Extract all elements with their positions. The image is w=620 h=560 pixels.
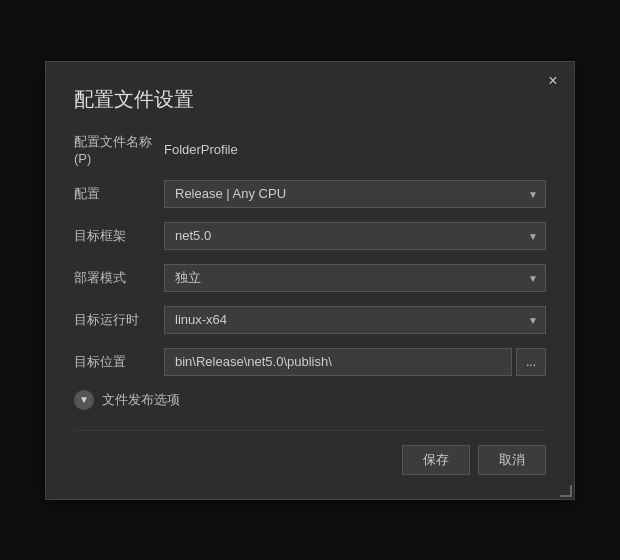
location-input-wrapper: ...: [164, 348, 546, 376]
chevron-down-icon: ▼: [79, 394, 89, 405]
runtime-label: 目标运行时: [74, 311, 164, 329]
expand-label: 文件发布选项: [102, 391, 180, 409]
dialog-title: 配置文件设置: [74, 86, 546, 113]
dialog: × 配置文件设置 配置文件名称(P) FolderProfile 配置 Debu…: [45, 61, 575, 500]
runtime-select-wrapper: linux-x64win-x64osx-x64 ▼: [164, 306, 546, 334]
cancel-button[interactable]: 取消: [478, 445, 546, 475]
location-input[interactable]: [164, 348, 512, 376]
config-label: 配置: [74, 185, 164, 203]
runtime-select[interactable]: linux-x64win-x64osx-x64: [164, 306, 546, 334]
resize-handle: [560, 485, 572, 497]
deploy-row: 部署模式 独立依赖框架 ▼: [74, 264, 546, 292]
profile-name-row: 配置文件名称(P) FolderProfile: [74, 133, 546, 166]
runtime-row: 目标运行时 linux-x64win-x64osx-x64 ▼: [74, 306, 546, 334]
expand-icon: ▼: [74, 390, 94, 410]
close-button[interactable]: ×: [542, 70, 564, 92]
expand-section[interactable]: ▼ 文件发布选项: [74, 390, 546, 410]
deploy-select-wrapper: 独立依赖框架 ▼: [164, 264, 546, 292]
deploy-label: 部署模式: [74, 269, 164, 287]
framework-select-wrapper: net5.0net6.0 ▼: [164, 222, 546, 250]
location-row: 目标位置 ...: [74, 348, 546, 376]
location-label: 目标位置: [74, 353, 164, 371]
config-select-wrapper: Debug | Any CPURelease | Any CPU ▼: [164, 180, 546, 208]
framework-label: 目标框架: [74, 227, 164, 245]
dialog-footer: 保存 取消: [74, 430, 546, 475]
save-button[interactable]: 保存: [402, 445, 470, 475]
config-select[interactable]: Debug | Any CPURelease | Any CPU: [164, 180, 546, 208]
framework-select[interactable]: net5.0net6.0: [164, 222, 546, 250]
deploy-select[interactable]: 独立依赖框架: [164, 264, 546, 292]
browse-button[interactable]: ...: [516, 348, 546, 376]
framework-row: 目标框架 net5.0net6.0 ▼: [74, 222, 546, 250]
config-row: 配置 Debug | Any CPURelease | Any CPU ▼: [74, 180, 546, 208]
profile-name-label: 配置文件名称(P): [74, 133, 164, 166]
profile-name-value: FolderProfile: [164, 142, 238, 157]
